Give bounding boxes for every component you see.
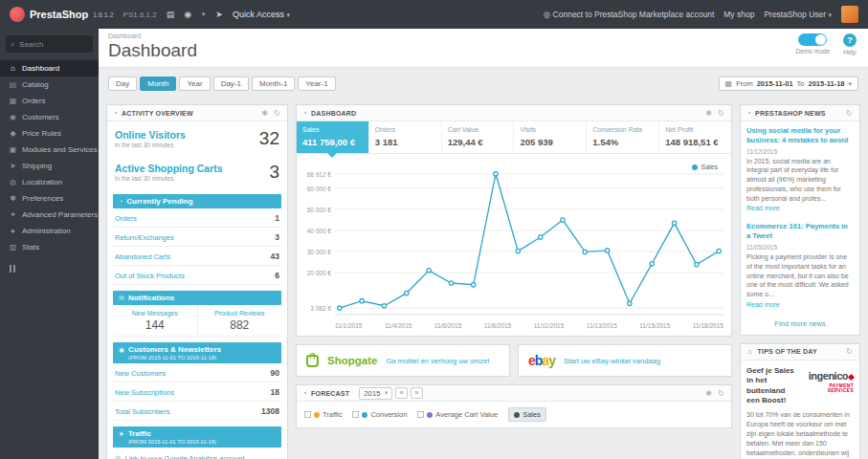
breadcrumb[interactable]: Dashboard [108, 33, 858, 39]
kpi-value: 1.54% [592, 137, 653, 147]
shop-icon[interactable]: ▤ [167, 10, 175, 19]
orders-link[interactable]: Orders [115, 214, 137, 223]
kpi-orders[interactable]: Orders 3 181 [368, 121, 441, 153]
filter-year-1-button[interactable]: Year-1 [298, 76, 335, 91]
shopgate-logo-text: Shopgate [327, 355, 377, 366]
find-more-news-link[interactable]: Find more news [741, 314, 859, 335]
gear-icon[interactable]: ✱ [704, 109, 713, 118]
ingenico-logo: ingenico PAYMENT SERVICES [804, 366, 854, 406]
pending-row: Return/Exchanges 3 [113, 228, 281, 247]
gear-icon[interactable]: ✱ [704, 389, 713, 398]
filter-year-button[interactable]: Year [179, 76, 210, 91]
sidebar-item-orders[interactable]: ▦ Orders [0, 93, 99, 109]
sidebar-item-administration[interactable]: ● Administration [0, 223, 99, 239]
chevron-down-icon: ▾ [385, 389, 389, 397]
kpi-visits[interactable]: Visits 205 939 [513, 121, 586, 153]
sidebar-item-preferences[interactable]: ✱ Preferences [0, 190, 99, 207]
chart-plot-area[interactable] [335, 162, 723, 319]
refresh-icon[interactable]: ↻ [845, 109, 854, 118]
forecast-legend-average-cart-value[interactable]: Average Cart Value [417, 410, 498, 419]
sidebar-item-localization[interactable]: ◍ Localization [0, 174, 99, 190]
forecast-legend-conversion[interactable]: Conversion [352, 410, 407, 419]
out-of-stock-link[interactable]: Out of Stock Products [115, 272, 185, 280]
checkbox-icon[interactable] [417, 411, 424, 418]
sidebar-collapse-button[interactable] [10, 265, 99, 273]
refresh-icon[interactable]: ↻ [273, 109, 281, 118]
demo-mode-toggle[interactable] [798, 33, 827, 46]
kpi-sales[interactable]: Sales 411 759,00 € [297, 121, 368, 153]
new-messages-cell[interactable]: New Messages 144 [113, 305, 197, 336]
quick-access-label: Quick Access [233, 10, 284, 19]
user-menu[interactable]: PrestaShop User ▾ [764, 10, 832, 19]
employee-icon[interactable]: ◉ [184, 10, 191, 19]
total-subscribers-link[interactable]: Total Subscribers [115, 407, 170, 416]
quick-access-menu[interactable]: Quick Access ▾ [233, 10, 290, 19]
sidebar-item-customers[interactable]: ◉ Customers [0, 109, 99, 125]
abandoned-carts-link[interactable]: Abandoned Carts [115, 252, 170, 261]
prev-year-button[interactable]: « [395, 387, 408, 399]
avatar[interactable] [841, 6, 858, 23]
prestashop-logo[interactable]: PrestaShop 1.6.1.2 [10, 7, 114, 22]
filter-month-button[interactable]: Month [140, 76, 176, 91]
filter-month-1-button[interactable]: Month-1 [252, 76, 295, 91]
legend-label: Average Cart Value [435, 410, 498, 419]
forecast-legend-traffic[interactable]: Traffic [304, 410, 342, 419]
returns-link[interactable]: Return/Exchanges [115, 233, 174, 242]
sidebar-item-modules[interactable]: ▣ Modules and Services [0, 142, 99, 158]
modules-icon: ▣ [9, 145, 17, 154]
shopgate-cta-link[interactable]: Ga mobiel en verhoog uw omzet [386, 357, 489, 365]
read-more-link[interactable]: Read more [746, 205, 854, 211]
filter-day-1-button[interactable]: Day-1 [213, 76, 249, 91]
sidebar-item-label: Localization [22, 178, 62, 186]
next-year-button[interactable]: » [411, 387, 423, 399]
product-reviews-cell[interactable]: Product Reviews 882 [197, 305, 282, 336]
sidebar-item-catalog[interactable]: ▤ Catalog [0, 76, 99, 93]
returns-count: 3 [275, 232, 279, 242]
price-rules-icon: ◆ [9, 129, 17, 138]
search-input[interactable] [19, 40, 88, 49]
pending-icon: ◔ [119, 198, 122, 205]
date-range-picker[interactable]: ▦ From 2015-11-01 To 2015-11-18 ▾ [719, 76, 858, 91]
new-customers-link[interactable]: New Customers [115, 369, 166, 378]
kpi-conversion-rate[interactable]: Conversion Rate 1.54% [586, 121, 658, 153]
new-messages-count: 144 [113, 318, 197, 332]
refresh-icon[interactable]: ↻ [845, 347, 854, 356]
forecast-legend-sales[interactable]: Sales [508, 407, 546, 422]
shopgate-module-ad: Shopgate Ga mobiel en verhoog uw omzet [296, 344, 510, 377]
rocket-icon[interactable]: ➤ [215, 10, 223, 19]
sidebar-item-advanced-parameters[interactable]: ✦ Advanced Parameters [0, 207, 99, 223]
refresh-icon[interactable]: ↻ [717, 389, 725, 398]
sidebar-item-label: Orders [22, 97, 45, 105]
checkbox-icon[interactable] [304, 411, 311, 418]
read-more-link[interactable]: Read more [746, 301, 854, 308]
add-icon[interactable]: + [201, 10, 206, 19]
sidebar-item-dashboard[interactable]: ⌂ Dashboard [0, 60, 99, 76]
my-shop-link[interactable]: My shop [723, 10, 754, 19]
kpi-cart-value[interactable]: Cart Value 129,44 € [441, 121, 514, 153]
help-icon[interactable]: ? [843, 33, 857, 47]
marketplace-connect-link[interactable]: ◎ Connect to PrestaShop Marketplace acco… [544, 10, 714, 19]
product-reviews-label: Product Reviews [198, 310, 282, 317]
dashboard-icon: ⌂ [9, 64, 17, 73]
news-article: Ecommerce 101: Payments in a Tweet 11/05… [741, 217, 859, 313]
gear-icon[interactable]: ✱ [260, 109, 269, 118]
forecast-year-select[interactable]: 2015 ▾ [359, 387, 392, 400]
link-icon: ◎ [115, 454, 122, 459]
filter-day-button[interactable]: Day [108, 76, 137, 91]
online-visitors-link[interactable]: Online Visitors [115, 129, 186, 141]
chevron-down-icon: ▾ [848, 80, 852, 88]
active-carts-link[interactable]: Active Shopping Carts [115, 163, 223, 174]
google-analytics-link[interactable]: ◎ Link to your Google Analytics account [107, 448, 287, 459]
checkbox-icon[interactable] [352, 411, 359, 418]
ebay-cta-link[interactable]: Start uw eBay-winkel vandaag [564, 357, 660, 365]
refresh-icon[interactable]: ↻ [717, 109, 725, 118]
kpi-net-profit[interactable]: Net Profit 148 918,51 € [658, 121, 731, 153]
new-subscriptions-link[interactable]: New Subscriptions [115, 388, 174, 397]
sidebar-item-price-rules[interactable]: ◆ Price Rules [0, 125, 99, 142]
sidebar-item-stats[interactable]: ▥ Stats [0, 239, 99, 255]
sidebar-item-label: Dashboard [22, 64, 59, 73]
article-title-link[interactable]: Ecommerce 101: Payments in a Tweet [746, 222, 854, 241]
sidebar-item-shipping[interactable]: ➤ Shipping [0, 158, 99, 174]
article-title-link[interactable]: Using social media for your business: 4 … [746, 126, 854, 145]
chevron-down-icon: ▾ [286, 11, 290, 18]
